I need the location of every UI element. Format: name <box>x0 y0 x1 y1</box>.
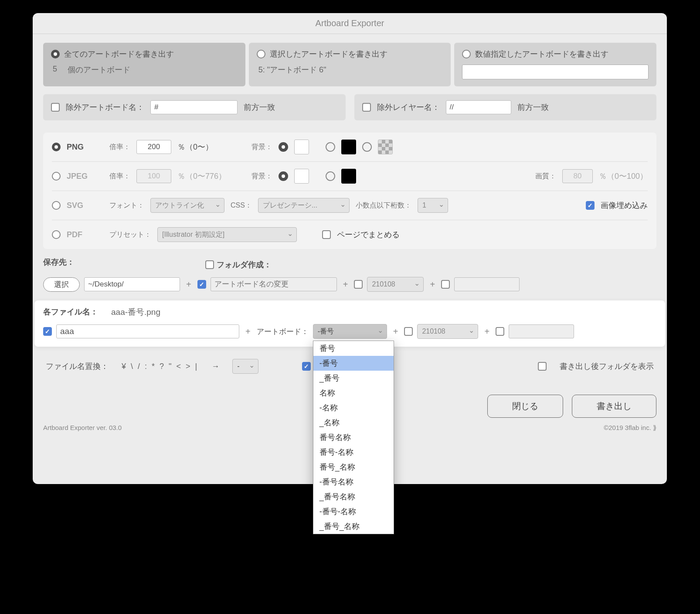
dropdown-option[interactable]: _番号名称 <box>313 489 394 504</box>
select-dest-button[interactable]: 選択 <box>43 277 80 292</box>
exclude-layer-checkbox[interactable] <box>362 103 371 112</box>
swatch-transparent[interactable] <box>378 140 393 154</box>
artboard-naming-dropdown[interactable]: -番号 番号-番号_番号名称-名称_名称番号名称番号-名称番号_名称-番号名称_… <box>313 324 387 339</box>
dropdown-option[interactable]: _番号 <box>313 371 394 385</box>
row-jpeg: JPEG 倍率： ％（0〜776） 背景： 画質： ％（0〜100） <box>52 162 648 191</box>
folder-date-select[interactable]: 210108 <box>367 277 424 292</box>
save-dest-label: 保存先： <box>43 257 75 267</box>
png-bg-white-radio[interactable] <box>279 142 288 152</box>
filename-date-select[interactable]: 210108 <box>417 324 478 339</box>
jpeg-bg-black-radio <box>326 171 335 181</box>
exclude-layer-box: 除外レイヤー名： 前方一致 <box>354 94 657 120</box>
folder-extra-input[interactable] <box>454 277 520 291</box>
dropdown-option[interactable]: -番号名称 <box>313 474 394 489</box>
radio-numeric[interactable] <box>462 50 471 58</box>
jpeg-quality-input <box>562 169 593 183</box>
show-folder-checkbox[interactable] <box>538 362 547 371</box>
numeric-input[interactable] <box>462 65 649 79</box>
row-svg: SVG フォント： アウトライン化 CSS： プレゼンテーシ... 小数点以下桁… <box>52 191 648 220</box>
dropdown-option[interactable]: 番号名称 <box>313 430 394 445</box>
exclude-artboard-box: 除外アートボード名： 前方一致 <box>43 94 346 120</box>
titlebar: Artboard Exporter <box>33 13 667 34</box>
dropdown-option[interactable]: 番号_名称 <box>313 460 394 474</box>
exclude-artboard-input[interactable] <box>150 100 238 114</box>
dialog-window: Artboard Exporter 全てのアートボードを書き出す 5個のアートボ… <box>33 13 667 484</box>
radio-png[interactable] <box>52 143 61 151</box>
dropdown-option[interactable]: -名称 <box>313 400 394 415</box>
svg-decimal-select: 1 <box>418 198 448 213</box>
filename-preview: aaa-番号.png <box>111 307 160 318</box>
pdf-preset-select: [Illustrator 初期設定] <box>157 227 297 242</box>
close-button[interactable]: 閉じる <box>487 395 563 418</box>
replace-label: ファイル名置換： <box>46 361 109 372</box>
filename-prefix-checkbox[interactable] <box>43 327 52 336</box>
dropdown-option[interactable]: 番号 <box>313 341 394 356</box>
dropdown-list: 番号-番号_番号名称-名称_名称番号名称番号-名称番号_名称-番号名称_番号名称… <box>313 341 394 534</box>
dropdown-option[interactable]: 番号-名称 <box>313 445 394 460</box>
filename-prefix-input[interactable] <box>56 324 239 338</box>
folder-create-checkbox[interactable] <box>205 260 214 269</box>
pdf-merge-checkbox <box>322 230 331 239</box>
dropdown-option[interactable]: _番号_名称 <box>313 519 394 534</box>
radio-jpeg[interactable] <box>52 172 61 181</box>
dropdown-option[interactable]: -番号 <box>313 356 394 371</box>
window-title: Artboard Exporter <box>316 18 384 28</box>
svg-font-select: アウトライン化 <box>150 198 224 213</box>
jpeg-scale-input <box>136 169 171 183</box>
row-pdf: PDF プリセット： [Illustrator 初期設定] ページでまとめる <box>52 220 648 249</box>
copyright-text: ©2019 3flab inc. ⟫ <box>604 424 656 432</box>
folder-name-checkbox[interactable] <box>197 280 206 289</box>
png-scale-input[interactable] <box>136 140 171 154</box>
svg-embed-checkbox <box>586 201 595 210</box>
png-bg-black-radio[interactable] <box>326 142 335 152</box>
dropdown-option[interactable]: 名称 <box>313 385 394 400</box>
folder-name-input[interactable] <box>211 277 337 291</box>
radio-all[interactable] <box>51 50 60 58</box>
replace-char-select[interactable]: - <box>232 359 258 374</box>
tab-numeric-artboards[interactable]: 数値指定したアートボードを書き出す <box>454 43 656 86</box>
tab-selected-artboards[interactable]: 選択したアートボードを書き出す 5: "アートボード 6" <box>249 43 451 86</box>
filename-extra-checkbox[interactable] <box>496 327 504 336</box>
filename-section: 各ファイル名： aaa-番号.png + アートボード： -番号 番号-番号_番… <box>34 300 665 347</box>
filename-date-checkbox[interactable] <box>404 327 413 336</box>
swatch-black[interactable] <box>341 140 356 154</box>
folder-date-checkbox[interactable] <box>354 280 363 289</box>
tab-all-artboards[interactable]: 全てのアートボードを書き出す 5個のアートボード <box>43 43 245 86</box>
version-text: Artboard Exporter ver. 03.0 <box>43 424 122 432</box>
radio-svg[interactable] <box>52 201 61 210</box>
exclude-layer-input[interactable] <box>446 100 511 114</box>
exclude-artboard-checkbox[interactable] <box>51 103 60 112</box>
svg-css-select: プレゼンテーシ... <box>258 198 350 213</box>
format-panel: PNG 倍率： ％（0〜） 背景： JPEG 倍率： ％（0〜776） 背景： <box>43 133 656 249</box>
radio-selected[interactable] <box>257 50 265 58</box>
export-button[interactable]: 書き出し <box>572 395 656 418</box>
dropdown-option[interactable]: -番号-名称 <box>313 504 394 519</box>
filename-extra-input[interactable] <box>509 324 574 338</box>
replace-space-checkbox[interactable] <box>302 362 311 371</box>
dropdown-option[interactable]: _名称 <box>313 415 394 430</box>
dest-path-input[interactable] <box>84 277 180 291</box>
png-bg-trans-radio[interactable] <box>362 142 372 152</box>
swatch-white[interactable] <box>294 140 309 154</box>
folder-extra-checkbox[interactable] <box>441 280 450 289</box>
radio-pdf[interactable] <box>52 230 61 239</box>
plus-icon: + <box>184 280 193 290</box>
row-png: PNG 倍率： ％（0〜） 背景： <box>52 133 648 162</box>
source-tabs: 全てのアートボードを書き出す 5個のアートボード 選択したアートボードを書き出す… <box>43 43 656 86</box>
jpeg-bg-white-radio <box>279 171 288 181</box>
